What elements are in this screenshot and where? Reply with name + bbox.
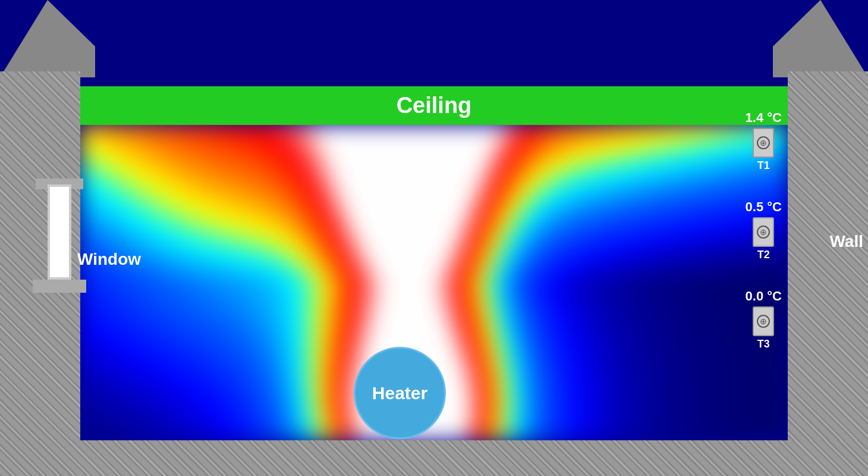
sensor-t3: 0.0 °C ⊕ T3: [746, 289, 782, 350]
window-sill-bottom: [33, 280, 86, 293]
roof-right: [773, 0, 868, 77]
sensor-t3-box: ⊕: [753, 306, 774, 336]
ceiling-bar: Ceiling: [80, 86, 788, 125]
sensor-t2-label: T2: [757, 249, 770, 261]
sensor-t2-box: ⊕: [753, 217, 774, 247]
sensor-t1-icon: ⊕: [757, 136, 770, 149]
sensor-t2-temp: 0.5 °C: [746, 199, 782, 215]
wall-label: Wall: [829, 232, 863, 251]
sensor-t1-label: T1: [757, 159, 770, 172]
wall-bottom: [0, 440, 868, 476]
heater-label: Heater: [372, 383, 427, 403]
window: [48, 184, 71, 280]
wall-right: [788, 71, 868, 461]
sensor-t1-temp: 1.4 °C: [746, 110, 782, 126]
ceiling-label: Ceiling: [397, 93, 472, 118]
heater: Heater: [354, 347, 446, 439]
sensor-t1-box: ⊕: [753, 128, 774, 158]
scene: Ceiling Window 1.4 °C ⊕ T1 0.5 °C ⊕ T2 0…: [0, 0, 868, 476]
sensor-t3-temp: 0.0 °C: [746, 289, 782, 304]
sensor-t3-icon: ⊕: [757, 315, 770, 328]
sensor-t1: 1.4 °C ⊕ T1: [746, 110, 782, 172]
sensor-t3-label: T3: [757, 338, 770, 350]
window-label: Window: [77, 250, 141, 269]
roof-left: [0, 0, 95, 77]
sensor-t2: 0.5 °C ⊕ T2: [746, 199, 782, 261]
sensor-t2-icon: ⊕: [757, 226, 770, 239]
